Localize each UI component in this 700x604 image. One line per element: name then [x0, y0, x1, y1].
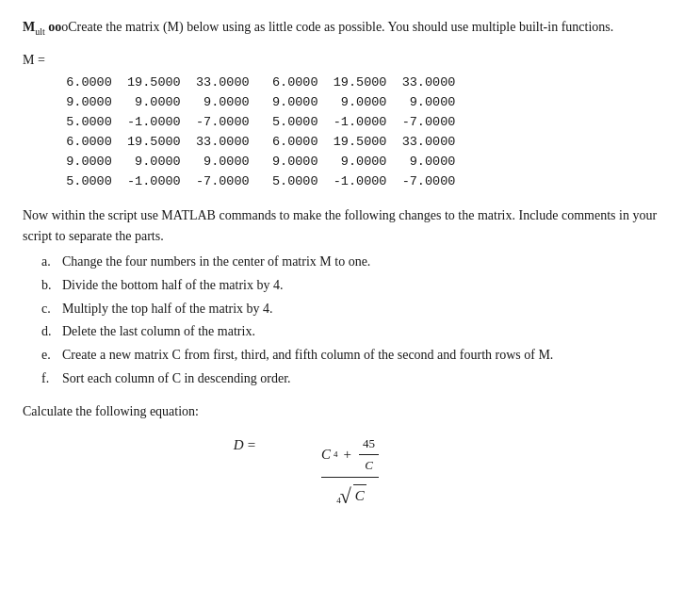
- denominator-c: C: [365, 455, 373, 475]
- matrix-section: M = 6.0000 19.5000 33.0000 6.0000 19.500…: [23, 50, 677, 192]
- list-item: f.Sort each column of C in descending or…: [41, 368, 677, 389]
- c4-exponent: 4: [334, 449, 338, 462]
- sqrt-symbol: √: [340, 486, 351, 507]
- list-label: d.: [41, 321, 62, 342]
- list-item: d.Delete the last column of the matrix.: [41, 321, 677, 342]
- instructions-intro: Now within the script use MATLAB command…: [23, 205, 677, 246]
- list-text: Delete the last column of the matrix.: [62, 321, 677, 342]
- instructions-list: a.Change the four numbers in the center …: [23, 252, 677, 388]
- matrix-values: 6.0000 19.5000 33.0000 6.0000 19.5000 33…: [51, 73, 455, 192]
- list-item: e.Create a new matrix C from first, thir…: [41, 345, 677, 366]
- root-index: 4: [336, 495, 341, 508]
- d-equals-sign: =: [248, 434, 255, 456]
- formula-numerator: C4 + 45 C: [321, 434, 379, 478]
- matrix-container: 6.0000 19.5000 33.0000 6.0000 19.5000 33…: [51, 73, 677, 192]
- list-text: Divide the bottom half of the matrix by …: [62, 275, 677, 296]
- list-label: e.: [41, 345, 62, 366]
- calc-section: Calculate the following equation: C4 + 4…: [23, 401, 677, 455]
- calc-title: Calculate the following equation:: [23, 401, 677, 421]
- list-text: Create a new matrix C from first, third,…: [62, 345, 677, 366]
- intro-subscript: ult: [35, 26, 45, 37]
- intro-bold-m: M: [23, 20, 35, 34]
- list-label: c.: [41, 299, 62, 319]
- numerator-45: 45: [359, 434, 379, 455]
- radical-variable: C: [353, 484, 366, 507]
- intro-rest: oooCreate the matrix (M) below using as …: [45, 20, 613, 34]
- intro-text: Mult oooCreate the matrix (M) below usin…: [23, 17, 677, 39]
- list-item: b.Divide the bottom half of the matrix b…: [41, 275, 677, 296]
- inner-fraction: 45 C: [359, 434, 379, 474]
- list-text: Change the four numbers in the center of…: [62, 252, 677, 272]
- instructions-section: Now within the script use MATLAB command…: [23, 205, 677, 389]
- formula-denominator: 4 √ C: [334, 483, 366, 508]
- list-label: b.: [41, 275, 62, 296]
- list-label: f.: [41, 368, 62, 389]
- c4-variable: C: [321, 444, 331, 465]
- m-equals-label: M =: [23, 50, 677, 70]
- list-label: a.: [41, 252, 62, 272]
- list-item: a.Change the four numbers in the center …: [41, 252, 677, 272]
- list-text: Multiply the top half of the matrix by 4…: [62, 299, 677, 319]
- list-text: Sort each column of C in descending orde…: [62, 368, 677, 389]
- d-variable: D: [234, 434, 244, 456]
- plus-sign: +: [344, 444, 351, 465]
- list-item: c.Multiply the top half of the matrix by…: [41, 299, 677, 319]
- d-equals-row: D =: [23, 434, 470, 456]
